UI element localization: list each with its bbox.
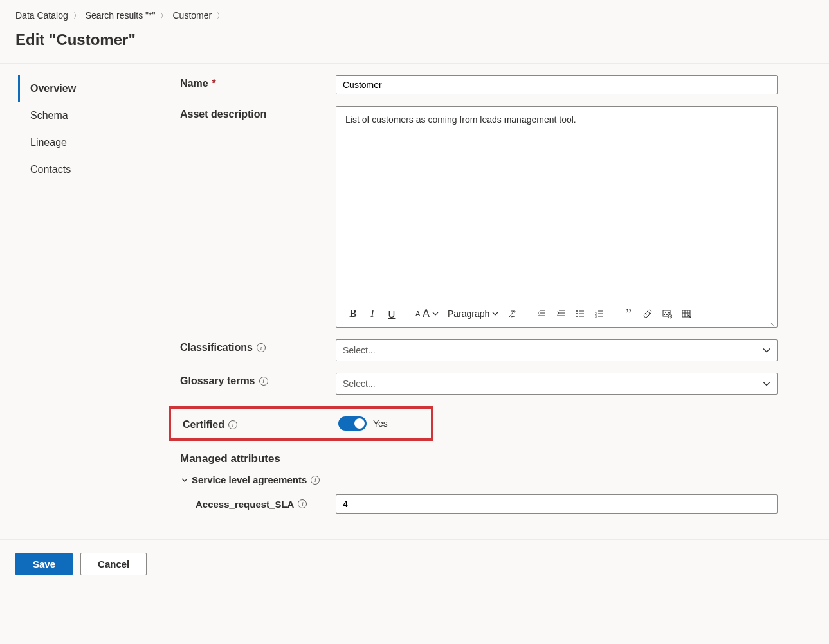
chevron-right-icon: 〉 xyxy=(73,11,80,21)
paragraph-dropdown[interactable]: Paragraph xyxy=(444,304,502,323)
editor-toolbar: B I U AA Paragraph xyxy=(336,300,777,327)
sla-attr-label: Access_request_SLA i xyxy=(196,499,336,510)
bullet-list-icon[interactable] xyxy=(571,304,589,323)
breadcrumb-item-customer[interactable]: Customer xyxy=(172,10,212,21)
chevron-down-icon xyxy=(181,478,188,483)
image-icon[interactable] xyxy=(658,304,676,323)
separator xyxy=(527,307,527,320)
description-editor[interactable]: List of customers as coming from leads m… xyxy=(336,107,777,300)
page-title: Edit "Customer" xyxy=(0,26,829,64)
italic-icon[interactable]: I xyxy=(363,304,381,323)
breadcrumb: Data Catalog 〉 Search results "*" 〉 Cust… xyxy=(0,0,829,26)
quote-icon[interactable]: ” xyxy=(619,304,637,323)
chevron-right-icon: 〉 xyxy=(217,11,224,21)
name-label: Name* xyxy=(180,75,336,89)
tab-contacts[interactable]: Contacts xyxy=(18,156,162,183)
chevron-right-icon: 〉 xyxy=(160,11,167,21)
info-icon[interactable]: i xyxy=(259,377,268,386)
svg-point-0 xyxy=(576,310,578,312)
certified-label: Certified i xyxy=(171,416,338,431)
name-input[interactable] xyxy=(336,75,778,94)
tab-schema[interactable]: Schema xyxy=(18,102,162,129)
tab-overview[interactable]: Overview xyxy=(18,75,162,102)
indent-icon[interactable] xyxy=(552,304,570,323)
certified-toggle[interactable] xyxy=(338,416,367,431)
save-button[interactable]: Save xyxy=(15,553,73,575)
svg-text:3: 3 xyxy=(595,314,597,318)
resize-handle[interactable] xyxy=(769,319,776,326)
number-list-icon[interactable]: 123 xyxy=(590,304,608,323)
info-icon[interactable]: i xyxy=(228,420,237,429)
font-size-button[interactable]: AA xyxy=(412,304,442,323)
glossary-label: Glossary terms i xyxy=(180,373,336,387)
svg-point-2 xyxy=(576,316,578,317)
managed-attributes-heading: Managed attributes xyxy=(180,452,778,465)
chevron-down-icon xyxy=(763,348,770,353)
svg-point-1 xyxy=(576,313,578,314)
bold-icon[interactable]: B xyxy=(344,304,362,323)
sla-section-header[interactable]: Service level agreements i xyxy=(181,474,778,485)
tab-lineage[interactable]: Lineage xyxy=(18,129,162,156)
classifications-label: Classifications i xyxy=(180,339,336,353)
clear-format-icon[interactable] xyxy=(504,304,522,323)
classifications-select[interactable]: Select... xyxy=(336,339,778,361)
info-icon[interactable]: i xyxy=(298,499,307,508)
link-icon[interactable] xyxy=(639,304,657,323)
info-icon[interactable]: i xyxy=(257,343,266,352)
underline-icon[interactable]: U xyxy=(383,304,401,323)
info-icon[interactable]: i xyxy=(311,476,320,485)
breadcrumb-item-catalog[interactable]: Data Catalog xyxy=(15,10,68,21)
glossary-select[interactable]: Select... xyxy=(336,373,778,395)
sidebar: Overview Schema Lineage Contacts xyxy=(0,75,167,539)
chevron-down-icon xyxy=(763,381,770,386)
certified-value: Yes xyxy=(373,418,388,429)
separator xyxy=(406,307,406,320)
sla-attr-input[interactable] xyxy=(336,494,778,514)
breadcrumb-item-search[interactable]: Search results "*" xyxy=(86,10,156,21)
table-icon[interactable] xyxy=(677,304,695,323)
footer: Save Cancel xyxy=(0,539,829,588)
separator xyxy=(614,307,614,320)
outdent-icon[interactable] xyxy=(533,304,551,323)
certified-highlight-box: Certified i Yes xyxy=(169,406,433,441)
svg-point-7 xyxy=(665,312,666,313)
cancel-button[interactable]: Cancel xyxy=(80,553,147,575)
form-panel: Name* Asset description List of customer… xyxy=(167,75,829,539)
description-label: Asset description xyxy=(180,106,336,120)
